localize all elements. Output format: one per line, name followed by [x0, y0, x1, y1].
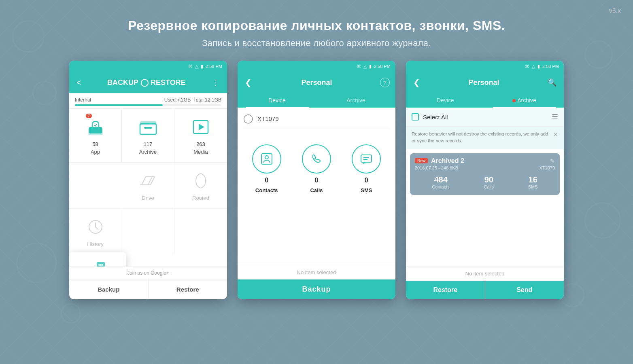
- media-icon: [190, 116, 212, 138]
- svg-marker-7: [199, 124, 204, 130]
- no-item-text-2: No item selected: [238, 265, 395, 279]
- app-bar-2: ❮ Personal ?: [238, 72, 395, 93]
- archive-calls-label: Calls: [484, 184, 494, 189]
- personal-popup[interactable]: Personal: [69, 252, 126, 267]
- grid-row-1: 7 58 App: [69, 109, 227, 163]
- contacts-ring: [252, 144, 281, 174]
- help-icon-2[interactable]: ?: [380, 78, 390, 87]
- grid-item-app[interactable]: 7 58 App: [69, 109, 122, 162]
- circle-contacts[interactable]: 0 Contacts: [252, 144, 281, 193]
- main-title: Резервное копирование личных контактов, …: [0, 18, 633, 33]
- grid-item-empty1: [122, 209, 174, 254]
- restore-button-3[interactable]: Restore: [406, 281, 485, 299]
- archive-sms-label: SMS: [528, 184, 538, 189]
- new-badge: New: [415, 158, 428, 163]
- signal-icon-2: △: [363, 64, 367, 69]
- archive-sms: 16 SMS: [528, 175, 538, 189]
- status-bar-2: ⌘ △ ▮ 2:58 PM: [238, 61, 395, 72]
- signal-icon: △: [195, 64, 198, 69]
- sub-title: Запись и восстановление любого архивного…: [0, 38, 633, 49]
- app-bar-title-1: BACKUP ◯ RESTORE: [83, 78, 210, 87]
- status-bar-1: ⌘ △ ▮ 2:58 PM: [69, 61, 227, 72]
- rooted-icon: [190, 170, 212, 192]
- no-item-text-3: No item selected: [406, 267, 564, 281]
- svg-point-18: [98, 264, 100, 266]
- bottom-section-3: No item selected Restore Send: [406, 266, 564, 299]
- tab-archive-2[interactable]: Archive: [316, 93, 395, 108]
- time-3: 2:58 PM: [542, 64, 559, 69]
- drive-icon: [137, 170, 159, 192]
- signal-icon-3: △: [532, 64, 535, 69]
- bottom-two-buttons: Restore Send: [406, 281, 564, 299]
- archive-calls-count: 90: [484, 175, 494, 184]
- restore-button-1[interactable]: Restore: [148, 279, 227, 299]
- archive-icon: [137, 116, 159, 138]
- bottom-bar-1: Backup Restore: [69, 279, 227, 299]
- tab-device-3[interactable]: Device: [406, 93, 485, 108]
- circle-sms[interactable]: 0 SMS: [352, 144, 381, 193]
- device-row: ◯ XT1079: [243, 113, 390, 129]
- archive-stats: 484 Contacts 90 Calls 16 SMS: [415, 175, 555, 189]
- tab-device-2[interactable]: Device: [238, 93, 316, 108]
- grid-item-rooted[interactable]: Rooted: [174, 163, 227, 208]
- circles-section: 0 Contacts 0 Calls: [238, 135, 395, 203]
- search-icon-3[interactable]: 🔍: [546, 76, 558, 89]
- header-section: Резервное копирование личных контактов, …: [0, 0, 633, 61]
- archive-count: 117: [144, 141, 153, 147]
- archive-date: 2016.07.25 - 246.8KB: [415, 165, 458, 170]
- drive-label: Drive: [142, 195, 154, 201]
- personal-popup-icon: [85, 259, 110, 267]
- storage-section: Internal Used:7.2GB Total:12.1GB: [69, 93, 227, 109]
- circle-calls[interactable]: 0 Calls: [302, 144, 331, 193]
- share-icon[interactable]: <: [75, 76, 83, 89]
- grid-item-history[interactable]: History: [69, 209, 122, 254]
- storage-bar: [75, 104, 221, 106]
- backup-button-2[interactable]: Backup: [238, 279, 395, 299]
- battery-icon-3: ▮: [537, 64, 540, 69]
- svg-rect-3: [140, 124, 156, 134]
- sms-ring: [352, 144, 381, 174]
- time-1: 2:58 PM: [206, 64, 222, 69]
- app-icon: [85, 116, 106, 138]
- archive-contacts-count: 484: [432, 175, 449, 184]
- back-icon-3[interactable]: ❮: [412, 76, 422, 89]
- storage-info: Used:7.2GB Total:12.1GB: [164, 97, 221, 103]
- info-banner: Restore behavior will not destroy the ex…: [406, 127, 564, 149]
- wifi-icon-2: ⌘: [357, 64, 361, 69]
- close-banner-button[interactable]: ✕: [553, 131, 558, 138]
- more-icon[interactable]: ⋮: [210, 76, 221, 89]
- spacer-2: [238, 203, 395, 265]
- send-button-3[interactable]: Send: [485, 281, 564, 299]
- sms-label-2: SMS: [361, 187, 372, 193]
- app-bar-title-3: Personal: [422, 78, 546, 87]
- filter-icon[interactable]: ☰: [552, 112, 558, 121]
- select-all-checkbox[interactable]: [412, 113, 419, 121]
- app-label: App: [91, 149, 100, 155]
- svg-point-19: [100, 264, 102, 266]
- svg-point-20: [102, 264, 103, 266]
- grid-item-media[interactable]: 263 Media: [174, 109, 227, 162]
- grid-item-drive[interactable]: Drive: [122, 163, 174, 208]
- grid-item-archive[interactable]: 117 Archive: [122, 109, 174, 162]
- backup-button-1[interactable]: Backup: [69, 279, 148, 299]
- archive-card[interactable]: New Archived 2 ✎ 2016.07.25 - 246.8KB XT…: [410, 153, 560, 195]
- edit-icon[interactable]: ✎: [550, 158, 555, 164]
- device-name: XT1079: [257, 115, 279, 122]
- archive-contacts-label: Contacts: [432, 184, 449, 189]
- rooted-label: Rooted: [192, 195, 209, 201]
- archive-sms-count: 16: [528, 175, 538, 184]
- svg-rect-4: [140, 121, 156, 125]
- phones-container: ⌘ △ ▮ 2:58 PM < BACKUP ◯ RESTORE ⋮ Inter…: [0, 61, 633, 299]
- app-count: 58: [92, 141, 98, 147]
- tab-archive-3[interactable]: Archive: [485, 93, 564, 108]
- bottom-section-2: No item selected Backup: [238, 265, 395, 299]
- back-icon-2[interactable]: ❮: [243, 76, 253, 89]
- grid-row-3: History: [69, 209, 227, 254]
- contacts-label-2: Contacts: [255, 187, 278, 193]
- storage-label: Internal: [75, 97, 91, 103]
- contacts-count-2: 0: [265, 177, 268, 184]
- phone-1: ⌘ △ ▮ 2:58 PM < BACKUP ◯ RESTORE ⋮ Inter…: [69, 61, 227, 299]
- app-bar-title-2: Personal: [253, 78, 380, 87]
- time-2: 2:58 PM: [374, 64, 391, 69]
- info-text: Restore behavior will not destroy the ex…: [412, 131, 550, 145]
